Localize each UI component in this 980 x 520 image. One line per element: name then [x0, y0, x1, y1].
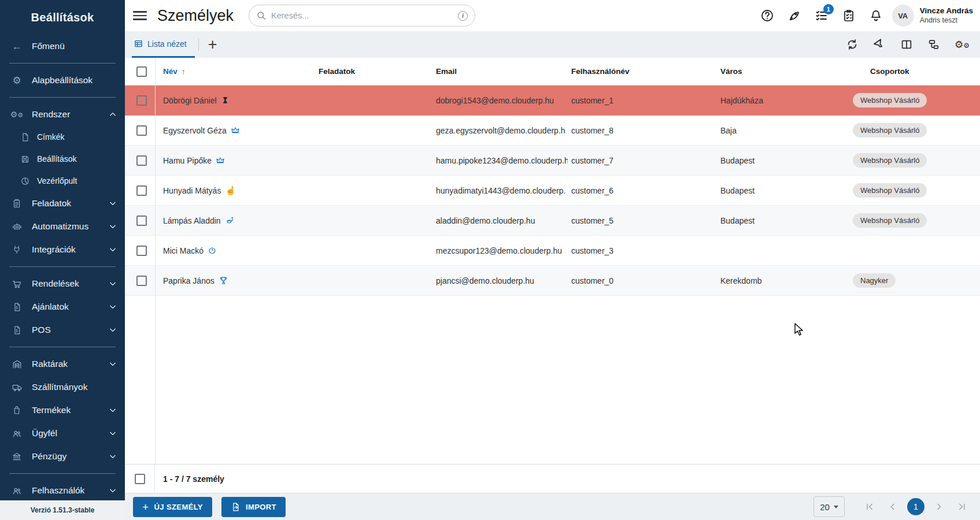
table-header-row: Név↑FeladatokEmailFelhasználónévVárosCso… [125, 58, 980, 86]
rocket-icon[interactable] [787, 9, 801, 23]
doc-money-icon: $ [10, 302, 23, 312]
new-person-button[interactable]: + ÚJ SZEMÉLY [133, 497, 212, 517]
column-header-email[interactable]: Email [432, 67, 568, 76]
row-checkbox[interactable] [136, 155, 147, 166]
cell-groups: Nagyker [847, 273, 980, 288]
sidebar-item-alapbeallitasok[interactable]: ⚙Alapbeállítások [0, 69, 125, 92]
gears-icon: ⚙⚙ [10, 110, 23, 118]
current-page-button[interactable]: 1 [907, 498, 924, 515]
table-row[interactable]: Paprika Jánospjancsi@demo.clouderp.hucus… [125, 266, 980, 296]
sidebar-item-cimkek[interactable]: Címkék [0, 126, 125, 148]
cell-email: dobrogi1543@demo.clouderp.hu [432, 96, 568, 105]
select-all-checkbox[interactable] [136, 66, 147, 77]
cell-groups: Webshop Vásárló [847, 183, 980, 198]
hamburger-menu-icon[interactable] [133, 9, 147, 23]
cell-username: customer_7 [568, 156, 717, 165]
sidebar-item-rendelesek[interactable]: Rendelések [0, 272, 125, 295]
search-input[interactable] [271, 11, 453, 20]
column-header-csoportok[interactable]: Csoportok [847, 67, 980, 76]
table-row[interactable]: Mici Mackómezcsupor123@demo.clouderp.huc… [125, 236, 980, 266]
add-view-button[interactable]: + [205, 37, 221, 53]
help-icon[interactable] [760, 9, 774, 23]
sidebar-divider [9, 97, 116, 98]
column-header-felhasznalonev[interactable]: Felhasználónév [568, 67, 717, 76]
task-list-icon[interactable]: 1 [815, 9, 829, 23]
sidebar-item-felhasznalok[interactable]: Felhasználók [0, 479, 125, 502]
next-page-button[interactable] [930, 498, 948, 515]
column-header-feladatok[interactable]: Feladatok [315, 67, 432, 76]
sidebar-item-feladatok[interactable]: Feladatok [0, 192, 125, 215]
topbar-icons: 1 [760, 9, 883, 23]
avatar[interactable]: VA [892, 5, 914, 27]
previous-page-button[interactable] [884, 498, 901, 515]
checkbox-column-divider [155, 58, 156, 464]
sidebar-item-integraciok[interactable]: Integrációk [0, 238, 125, 261]
row-checkbox[interactable] [136, 185, 147, 196]
tab-lista-nezet[interactable]: Lista nézet [132, 31, 195, 58]
cell-groups: Webshop Vásárló [847, 93, 980, 107]
gear-icon: ⚙ [10, 76, 23, 86]
table-toolbar: ⚙⚙ [846, 38, 970, 51]
user-menu[interactable]: VA Vincze András Andris teszt [892, 5, 973, 27]
refresh-icon[interactable] [846, 38, 859, 51]
sidebar-item-termekek[interactable]: Termékek [0, 399, 125, 422]
chevron-down-icon [109, 222, 117, 231]
table-row[interactable]: Lámpás Aladdinaladdin@demo.clouderp.hucu… [125, 206, 980, 236]
cell-email: hunyadimatyi1443@demo.clouderp. [432, 186, 568, 195]
sidebar-item-fomenu[interactable]: ←Főmenü [0, 35, 125, 58]
row-checkbox[interactable] [136, 216, 147, 226]
column-header-varos[interactable]: Város [717, 67, 847, 76]
people-icon [10, 428, 23, 439]
cell-username: customer_1 [568, 96, 717, 105]
sidebar-item-automatizmus[interactable]: Automatizmus [0, 215, 125, 238]
sidebar-item-rendszer[interactable]: ⚙⚙Rendszer [0, 103, 125, 126]
column-header-nev[interactable]: Név↑ [155, 67, 315, 76]
cell-groups: Webshop Vásárló [847, 153, 980, 168]
table-row[interactable]: Döbrögi Dánieldobrogi1543@demo.clouderp.… [125, 86, 980, 116]
last-page-button[interactable] [953, 498, 971, 515]
sidebar-item-vezerlopult[interactable]: Vezérlőpult [0, 170, 125, 192]
sidebar-item-szallitmanyok[interactable]: Szállítmányok [0, 376, 125, 399]
filter-icon[interactable] [873, 38, 886, 51]
sidebar-item-raktarak[interactable]: Raktárak [0, 352, 125, 376]
clipboard-icon[interactable] [842, 9, 856, 23]
row-checkbox[interactable] [136, 246, 147, 256]
row-checkbox[interactable] [136, 125, 147, 136]
truck-icon [10, 382, 23, 393]
pointing-hand-icon: ☝ [225, 186, 236, 195]
search-box[interactable]: i [249, 5, 475, 27]
cell-groups: Webshop Vásárló [847, 213, 980, 228]
sidebar-item-penzugy[interactable]: Pénzügy [0, 445, 125, 468]
clipboard-list-icon [10, 198, 23, 209]
row-count-summary: 1 - 7 / 7 személy [155, 474, 224, 484]
chevron-down-icon [109, 199, 117, 207]
sidebar-item-ugyfel[interactable]: Ügyfél [0, 422, 125, 445]
cell-city: Budapest [717, 216, 847, 225]
table-settings-gears-icon[interactable]: ⚙⚙ [955, 40, 970, 50]
table-view-icon [134, 39, 143, 48]
import-button[interactable]: IMPORT [221, 497, 286, 517]
sidebar-item-beallitasok[interactable]: Beállítások [0, 148, 125, 170]
sidebar-item-ajanlatok[interactable]: $Ajánlatok [0, 295, 125, 318]
sidebar-title: Beállítások [0, 0, 125, 35]
cell-username: customer_3 [568, 246, 717, 255]
warehouse-icon [10, 359, 23, 370]
page-size-select[interactable]: 20 [813, 496, 845, 517]
notification-count-badge: 1 [823, 4, 834, 14]
row-checkbox[interactable] [136, 276, 147, 286]
notifications-bell-icon[interactable] [869, 9, 883, 23]
workflow-icon[interactable] [927, 38, 940, 51]
version-label: Verzió 1.51.3-stable [0, 500, 125, 520]
table-row[interactable]: Egyszervolt Gézageza.egyszervolt@demo.cl… [125, 116, 980, 146]
footer-checkbox[interactable] [135, 474, 145, 484]
row-checkbox[interactable] [136, 95, 147, 106]
search-info-icon[interactable]: i [458, 11, 468, 21]
table-footer-row: 1 - 7 / 7 személy [125, 464, 980, 493]
columns-icon[interactable] [900, 38, 913, 51]
cell-name: Lámpás Aladdin [155, 216, 315, 225]
first-page-button[interactable] [861, 498, 878, 515]
table-row[interactable]: Hamu Pipőkehamu.pipoke1234@demo.clouderp… [125, 146, 980, 176]
table-row[interactable]: Hunyadi Mátyás☝hunyadimatyi1443@demo.clo… [125, 176, 980, 206]
cell-city: Baja [717, 126, 847, 135]
sidebar-item-pos[interactable]: $POS [0, 318, 125, 341]
